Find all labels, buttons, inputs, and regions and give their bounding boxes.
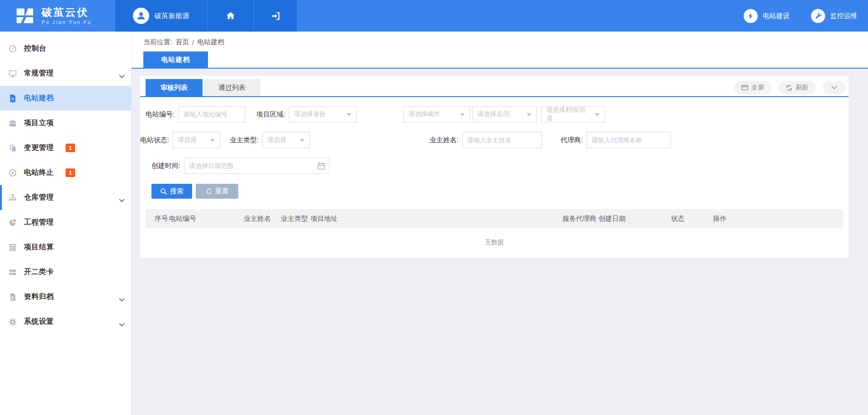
sidebar-item-general-mgmt[interactable]: 常规管理 bbox=[0, 61, 131, 86]
briefcase-icon bbox=[8, 119, 20, 128]
brand-logo[interactable]: 破茧云伏 Po Jian Yun Fu bbox=[0, 0, 115, 32]
wrench-icon bbox=[815, 12, 822, 19]
city-select-value: 请选择城市 bbox=[408, 110, 440, 118]
col-address: 项目地址 bbox=[311, 214, 562, 223]
brand-title: 破茧云伏 bbox=[42, 7, 92, 18]
sidebar-item-engineering-mgmt[interactable]: 工程管理 bbox=[0, 210, 131, 235]
reset-label: 重置 bbox=[215, 187, 229, 196]
sidebar-item-label: 工程管理 bbox=[24, 218, 54, 227]
station-status-value: 请选择 bbox=[178, 136, 197, 144]
sidebar-item-data-archive[interactable]: 资料归档 bbox=[0, 284, 131, 309]
city-select[interactable]: 请选择城市 bbox=[403, 106, 470, 122]
mode-station-build-label: 电站建设 bbox=[763, 12, 790, 20]
col-owner-type: 业主类型 bbox=[281, 214, 311, 223]
sitemap-icon bbox=[8, 193, 20, 202]
chevron-down-icon bbox=[119, 320, 125, 328]
province-select[interactable]: 请选择省份 bbox=[289, 106, 357, 122]
home-button[interactable] bbox=[208, 0, 254, 32]
sidebar-item-project-settlement[interactable]: 项目结算 bbox=[0, 235, 131, 260]
fullscreen-icon bbox=[741, 85, 748, 91]
sidebar-item-system-settings[interactable]: 系统设置 bbox=[0, 309, 131, 334]
sidebar-item-type2-card[interactable]: 开二类卡 bbox=[0, 260, 131, 284]
panel-tabs-row: 审核列表 通过列表 全屏 刷新 bbox=[140, 76, 849, 97]
sidebar-item-label: 开二类卡 bbox=[24, 267, 54, 277]
dropdown-arrow-icon bbox=[527, 113, 531, 116]
chevron-down-icon bbox=[119, 196, 125, 204]
col-index: 序号 bbox=[146, 214, 169, 223]
brand-text: 破茧云伏 Po Jian Yun Fu bbox=[42, 7, 92, 25]
wrench-icon-wrap bbox=[811, 9, 825, 23]
col-created: 创建日期 bbox=[599, 214, 671, 223]
results-table: 序号 电站编号 业主姓名 业主类型 项目地址 服务代理商 创建日期 状态 操作 … bbox=[146, 209, 843, 257]
brand-subtitle: Po Jian Yun Fu bbox=[42, 19, 92, 25]
notification-badge: 1 bbox=[66, 144, 75, 152]
sidebar-item-change-mgmt[interactable]: 变更管理 1 bbox=[0, 135, 131, 160]
monitor-icon bbox=[8, 69, 20, 78]
header-right-section: 电站建设 监控运维 bbox=[297, 0, 868, 32]
sidebar-item-project-initiation[interactable]: 项目立项 bbox=[0, 111, 131, 135]
logout-button[interactable] bbox=[254, 0, 297, 32]
chevron-down-icon bbox=[119, 295, 125, 303]
agent-input[interactable] bbox=[586, 132, 671, 148]
sidebar-item-label: 变更管理 bbox=[24, 143, 54, 153]
sidebar-item-station-archive[interactable]: 电站建档 bbox=[0, 86, 131, 111]
col-owner-name: 业主姓名 bbox=[244, 214, 281, 223]
search-icon bbox=[160, 188, 167, 195]
tab-review-list[interactable]: 审核列表 bbox=[146, 79, 203, 96]
col-status: 状态 bbox=[671, 214, 713, 223]
reset-icon bbox=[206, 188, 212, 195]
station-no-input[interactable] bbox=[178, 106, 245, 122]
province-select-value: 请选择省份 bbox=[294, 110, 326, 118]
breadcrumb: 当前位置: 首页 / 电站建档 bbox=[143, 38, 224, 47]
county-select[interactable]: 请选择县/区 bbox=[472, 106, 537, 122]
sidebar-item-label: 控制台 bbox=[24, 44, 47, 53]
sidebar-item-label: 项目立项 bbox=[24, 118, 54, 128]
top-header: 破茧云伏 Po Jian Yun Fu 破茧新能源 bbox=[0, 0, 868, 32]
search-label: 搜索 bbox=[170, 187, 184, 196]
tab-passed-list[interactable]: 通过列表 bbox=[203, 79, 260, 96]
refresh-icon bbox=[786, 84, 793, 91]
owner-name-label: 业主姓名: bbox=[429, 136, 458, 145]
copy-icon bbox=[8, 144, 20, 153]
page-tab-station-archive[interactable]: 电站建档 bbox=[143, 51, 208, 68]
sidebar-item-console[interactable]: 控制台 bbox=[0, 36, 131, 61]
collapse-button[interactable] bbox=[823, 81, 845, 94]
breadcrumb-home-link[interactable]: 首页 bbox=[175, 38, 189, 47]
owner-name-input[interactable] bbox=[462, 132, 542, 148]
owner-type-value: 请选择 bbox=[267, 136, 286, 144]
station-status-select[interactable]: 请选择 bbox=[173, 132, 220, 148]
sidebar-item-label: 系统设置 bbox=[24, 317, 54, 326]
brand-logo-icon bbox=[14, 5, 35, 26]
home-icon bbox=[226, 11, 236, 21]
target-icon bbox=[8, 168, 20, 177]
sidebar-item-station-termination[interactable]: 电站终止 1 bbox=[0, 160, 131, 185]
date-range-picker[interactable] bbox=[184, 158, 330, 174]
col-actions: 操作 bbox=[713, 214, 843, 223]
date-range-input[interactable] bbox=[184, 158, 330, 174]
village-select[interactable]: 请选择村镇/街道 bbox=[541, 106, 605, 122]
owner-type-select[interactable]: 请选择 bbox=[262, 132, 310, 148]
dropdown-arrow-icon bbox=[347, 113, 351, 116]
archive-file-icon bbox=[8, 293, 20, 302]
calculator-icon bbox=[8, 243, 20, 252]
user-menu[interactable]: 破茧新能源 bbox=[115, 0, 208, 32]
search-button[interactable]: 搜索 bbox=[151, 184, 192, 199]
region-province-field: 项目区域: 请选择省份 bbox=[256, 106, 357, 122]
station-status-field: 电站状态: 请选择 bbox=[140, 132, 220, 148]
user-avatar-icon bbox=[136, 10, 146, 21]
mode-station-build[interactable]: 电站建设 bbox=[744, 9, 790, 23]
dropdown-arrow-icon bbox=[210, 139, 215, 142]
mode-monitor-ops[interactable]: 监控运维 bbox=[811, 9, 857, 23]
sidebar-item-warehouse-mgmt[interactable]: 仓库管理 bbox=[0, 185, 131, 210]
sidebar-item-label: 常规管理 bbox=[24, 69, 54, 78]
reset-button[interactable]: 重置 bbox=[196, 184, 238, 199]
table-header-row: 序号 电站编号 业主姓名 业主类型 项目地址 服务代理商 创建日期 状态 操作 bbox=[146, 209, 843, 228]
station-status-label: 电站状态: bbox=[140, 136, 169, 145]
agent-label: 代理商: bbox=[561, 136, 583, 145]
fullscreen-button[interactable]: 全屏 bbox=[734, 81, 771, 94]
company-name: 破茧新能源 bbox=[155, 12, 190, 20]
owner-type-label: 业主类型: bbox=[230, 136, 259, 145]
col-station-no: 电站编号 bbox=[169, 214, 244, 223]
refresh-button[interactable]: 刷新 bbox=[778, 81, 816, 94]
created-time-label: 创建时间: bbox=[151, 162, 180, 170]
